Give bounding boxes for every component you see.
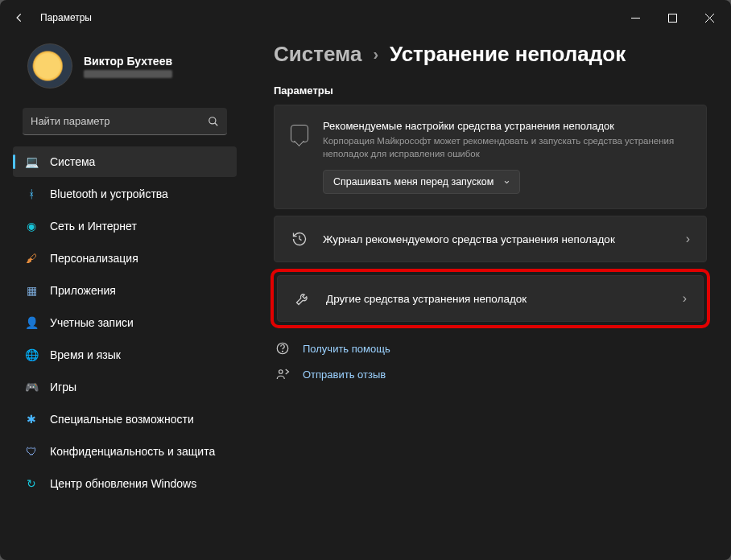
feedback-icon — [274, 367, 291, 381]
sidebar-item-label: Игры — [50, 381, 76, 393]
history-label: Журнал рекомендуемого средства устранени… — [323, 233, 671, 245]
card-other-troubleshooters[interactable]: Другие средства устранения неполадок › — [277, 275, 704, 322]
sidebar-item-label: Специальные возможности — [50, 413, 194, 426]
system-icon: 💻 — [24, 154, 39, 169]
minimize-button[interactable] — [617, 2, 654, 34]
main-content: Система › Устранение неполадок Параметры… — [250, 35, 731, 560]
sidebar-item-games[interactable]: 🎮Игры — [13, 372, 237, 402]
sidebar-item-label: Центр обновления Windows — [50, 477, 196, 490]
access-icon: ✱ — [24, 412, 39, 426]
card-history[interactable]: Журнал рекомендуемого средства устранени… — [274, 216, 707, 262]
back-button[interactable] — [3, 2, 35, 34]
other-label: Другие средства устранения неполадок — [326, 293, 668, 305]
sidebar-item-accounts[interactable]: 👤Учетные записи — [13, 307, 237, 338]
breadcrumb-current: Устранение неполадок — [390, 42, 626, 67]
sidebar-item-label: Система — [50, 155, 95, 168]
update-icon: ↻ — [24, 476, 39, 491]
sidebar-item-privacy[interactable]: 🛡Конфиденциальность и защита — [13, 436, 237, 467]
settings-window: Параметры Виктор Бухтеев Найти параметр … — [0, 0, 731, 560]
footer-links: Получить помощь Отправить отзыв — [274, 341, 707, 381]
recommended-title: Рекомендуемые настройки средства устране… — [323, 120, 690, 132]
titlebar: Параметры — [0, 0, 731, 35]
card-recommended: Рекомендуемые настройки средства устране… — [274, 105, 707, 209]
sidebar-item-bluetooth[interactable]: ᚼBluetooth и устройства — [13, 179, 237, 209]
sidebar-item-label: Учетные записи — [50, 316, 134, 329]
sidebar-item-label: Приложения — [50, 284, 116, 297]
apps-icon: ▦ — [24, 283, 39, 298]
history-icon — [291, 231, 308, 247]
recommended-desc: Корпорация Майкрософт может рекомендоват… — [323, 134, 690, 160]
section-label: Параметры — [274, 84, 707, 97]
svg-point-4 — [209, 117, 216, 123]
svg-point-8 — [279, 370, 283, 374]
help-icon — [274, 341, 291, 356]
chevron-right-icon: › — [686, 232, 690, 246]
sidebar-item-label: Персонализация — [50, 252, 138, 265]
svg-point-7 — [283, 351, 283, 352]
profile-email-redacted — [84, 70, 172, 78]
sidebar-item-apps[interactable]: ▦Приложения — [13, 275, 237, 306]
sidebar: Виктор Бухтеев Найти параметр 💻СистемаᚼB… — [0, 35, 250, 560]
privacy-icon: 🛡 — [24, 444, 39, 459]
svg-line-5 — [215, 122, 218, 126]
window-controls — [617, 2, 728, 34]
sidebar-item-label: Конфиденциальность и защита — [50, 445, 215, 458]
breadcrumb: Система › Устранение неполадок — [274, 42, 707, 67]
sidebar-item-label: Bluetooth и устройства — [50, 187, 168, 200]
sidebar-item-time[interactable]: 🌐Время и язык — [13, 340, 237, 370]
search-icon — [208, 116, 219, 127]
time-icon: 🌐 — [24, 348, 39, 362]
nav-list: 💻СистемаᚼBluetooth и устройства◉Сеть и И… — [8, 146, 242, 499]
sidebar-item-label: Время и язык — [50, 348, 121, 361]
personal-icon: 🖌 — [24, 251, 39, 266]
search-input[interactable]: Найти параметр — [23, 108, 227, 135]
sidebar-item-update[interactable]: ↻Центр обновления Windows — [13, 468, 237, 499]
accounts-icon: 👤 — [24, 315, 39, 330]
sidebar-item-access[interactable]: ✱Специальные возможности — [13, 404, 237, 434]
avatar — [27, 43, 72, 89]
profile-name: Виктор Бухтеев — [84, 55, 172, 68]
sidebar-item-personal[interactable]: 🖌Персонализация — [13, 243, 237, 274]
network-icon: ◉ — [24, 219, 39, 233]
close-button[interactable] — [691, 2, 728, 34]
link-feedback[interactable]: Отправить отзыв — [274, 367, 707, 381]
chat-icon — [291, 125, 308, 142]
link-help[interactable]: Получить помощь — [274, 341, 707, 356]
search-placeholder: Найти параметр — [31, 115, 208, 127]
sidebar-item-network[interactable]: ◉Сеть и Интернет — [13, 211, 237, 241]
recommended-dropdown[interactable]: Спрашивать меня перед запуском — [323, 170, 520, 194]
svg-rect-1 — [668, 14, 676, 22]
maximize-button[interactable] — [654, 2, 691, 34]
games-icon: 🎮 — [24, 380, 39, 394]
wrench-icon — [294, 290, 312, 307]
breadcrumb-root[interactable]: Система — [274, 42, 361, 67]
chevron-right-icon: › — [373, 45, 378, 64]
sidebar-item-label: Сеть и Интернет — [50, 220, 137, 233]
window-title: Параметры — [40, 12, 92, 23]
sidebar-item-system[interactable]: 💻Система — [13, 146, 237, 177]
profile-block[interactable]: Виктор Бухтеев — [8, 35, 242, 105]
chevron-right-icon: › — [683, 291, 687, 306]
bluetooth-icon: ᚼ — [24, 187, 39, 201]
highlight-box: Другие средства устранения неполадок › — [271, 269, 710, 328]
